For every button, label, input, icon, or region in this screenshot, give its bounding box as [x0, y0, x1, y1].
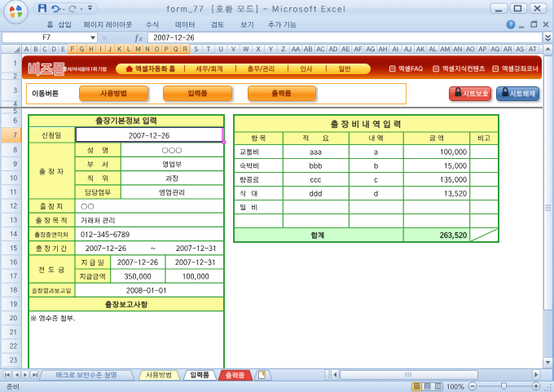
svg-text:f: f: [135, 33, 138, 42]
svg-text:x: x: [138, 35, 143, 42]
svg-text:?: ?: [509, 21, 512, 29]
